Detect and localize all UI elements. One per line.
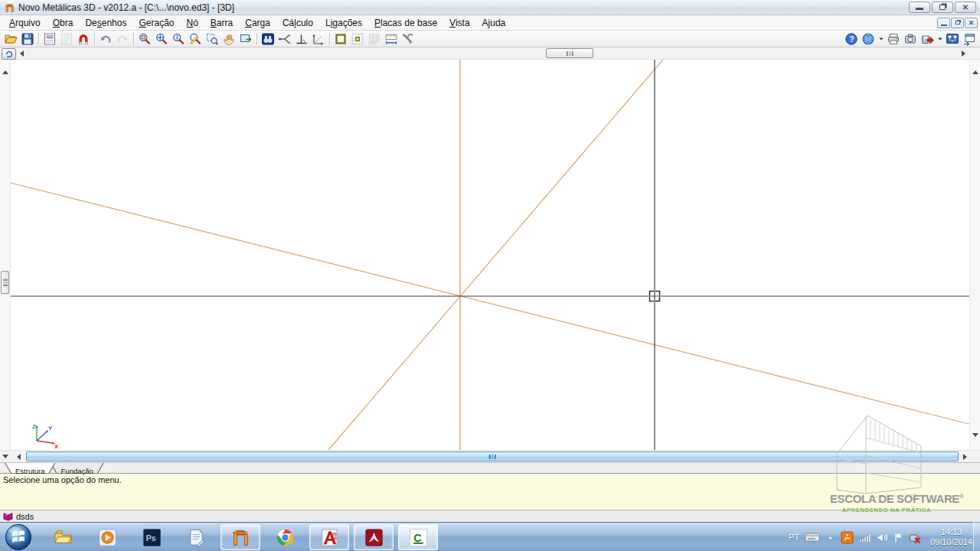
restore-button[interactable] [932,2,953,13]
start-button[interactable] [5,523,32,551]
menu-geracao[interactable]: Geração [132,16,180,30]
magnet-button[interactable] [75,31,92,47]
notepad-icon [186,527,207,548]
taskbar-metalicas-3d-button[interactable] [220,524,260,550]
full-window-icon [239,32,253,46]
redraw-icon [188,32,202,46]
mdi-restore-button[interactable] [951,18,964,28]
printer-button[interactable] [885,31,902,47]
scroll-down-arrow[interactable] [972,433,978,437]
save-button[interactable] [19,31,36,47]
minimize-button[interactable] [909,2,930,13]
model-canvas-3d[interactable]: Z Y X [11,60,969,450]
taskbar-chrome-button[interactable] [265,524,305,550]
volume-icon[interactable] [877,531,888,543]
taskbar-adobe-reader-button[interactable] [354,524,394,550]
help-button[interactable]: ? [843,31,860,47]
taskbar-notepad-button[interactable] [176,524,216,550]
show-desktop-button[interactable] [973,522,980,551]
selection-center-button[interactable] [349,31,366,47]
show-hidden-icon[interactable] [825,531,835,543]
scroll-right-arrow[interactable] [962,51,965,57]
open-icon [4,32,18,46]
measure-button[interactable] [383,31,400,47]
pan-button[interactable] [220,31,237,47]
export-dropdown[interactable] [936,31,944,47]
left-scrollbar[interactable] [0,60,11,450]
scroll-up-arrow[interactable] [2,70,8,74]
menu-obra[interactable]: Obra [47,16,80,30]
action-center-flag-icon[interactable] [893,531,903,543]
tab-fundacao[interactable]: Fundação [51,463,104,474]
restore-icon [939,5,946,10]
attach-window-button[interactable] [961,31,978,47]
network-signal-icon[interactable] [859,531,871,543]
search-binoculars-button[interactable] [260,31,276,47]
toolbars-config-icon [946,32,959,46]
taskbar-media-player-button[interactable] [87,524,127,550]
menu-desenhos[interactable]: Desenhos [79,16,132,30]
device-error-icon[interactable] [909,531,922,543]
orange-app-icon[interactable] [841,531,854,543]
selection-square-button[interactable] [332,31,349,47]
globe-button[interactable] [860,31,877,47]
rotate-view-button[interactable] [2,48,16,60]
toolbars-config-button[interactable] [944,31,961,47]
taskbar-clock[interactable]: 14:13 09/10/2014 [930,527,972,547]
toolbar: 2 ? [0,31,980,47]
import-dxf-button[interactable] [41,31,58,47]
axes-reference-button[interactable] [310,31,327,47]
menu-vista[interactable]: Vista [443,16,475,30]
zoom-window-button[interactable] [136,31,153,47]
node-branch-button[interactable] [276,31,293,47]
book-icon [2,511,14,521]
chevron-down-icon [937,36,943,42]
scroll-right-arrow[interactable] [963,454,967,460]
zoom-previous-button[interactable]: 2 [170,31,187,47]
scroll-left-arrow[interactable] [17,454,21,460]
undo-button[interactable] [97,31,114,47]
keyboard-icon[interactable] [805,531,820,543]
right-scrollbar[interactable] [969,60,980,450]
close-button[interactable]: ✕ [955,2,976,13]
left-scrollbar-thumb[interactable] [1,271,9,294]
open-button[interactable] [2,31,19,47]
menu-ligacoes[interactable]: Ligações [319,16,368,30]
full-window-button[interactable] [237,31,254,47]
bottom-scrollbar-thumb[interactable] [26,452,959,461]
scroll-up-arrow[interactable] [972,70,978,74]
export-button[interactable] [919,31,936,47]
menu-ajuda[interactable]: Ajuda [476,16,512,30]
mdi-close-button[interactable]: ✕ [965,18,978,28]
top-scrollbar[interactable] [0,47,980,60]
camera-button[interactable] [902,31,919,47]
taskbar-camtasia-button[interactable]: C [398,524,438,550]
title-bar[interactable]: Novo Metálicas 3D - v2012.a - [C:\...\no… [0,0,980,15]
zoom-select-button[interactable] [204,31,220,47]
taskbar-explorer-button[interactable] [43,524,83,550]
top-scrollbar-thumb[interactable] [546,48,593,58]
export-icon [920,32,934,46]
taskbar-photoshop-button[interactable]: Ps [132,524,172,550]
mdi-minimize-button[interactable] [937,18,950,28]
taskbar-autocad-button[interactable]: 2010 [309,524,349,550]
redraw-button[interactable] [187,31,204,47]
axes-reference-icon [312,32,325,46]
tab-estrutura[interactable]: Estrutura [5,463,56,474]
bottom-scrollbar[interactable] [0,450,980,462]
scroll-down-arrow[interactable] [2,455,8,458]
menu-calculo[interactable]: Cálculo [276,16,319,30]
menu-no[interactable]: Nó [180,16,204,30]
search-binoculars-icon [261,32,275,46]
menu-arquivo[interactable]: Arquivo [3,16,47,30]
scroll-left-arrow[interactable] [20,51,24,57]
menu-barra[interactable]: Barra [204,16,239,30]
tools-button[interactable] [400,31,416,47]
perpendicular-button[interactable] [293,31,310,47]
globe-dropdown[interactable] [877,31,885,47]
menu-placas-de-base[interactable]: Placas de base [368,16,443,30]
zoom-all-button[interactable] [153,31,170,47]
language-indicator[interactable]: PT [789,533,799,542]
selection-center-icon [351,32,364,46]
menu-carga[interactable]: Carga [239,16,276,30]
